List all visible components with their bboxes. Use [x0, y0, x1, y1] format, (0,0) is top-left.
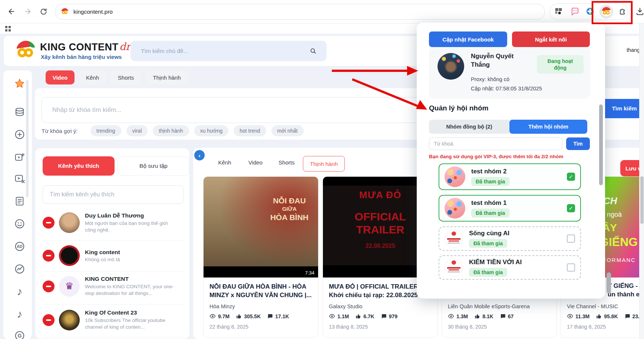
update-facebook-button[interactable]: Cập nhật Facebook — [429, 31, 507, 47]
sidebar-item-add[interactable] — [12, 127, 27, 142]
channel-name[interactable]: Duy Luân Dễ Thương — [85, 212, 178, 219]
sidebar-item-analytics[interactable] — [12, 262, 27, 276]
channel-row[interactable]: King content Không có mô tả — [43, 240, 184, 270]
disconnect-button[interactable]: Ngắt kết nối — [512, 31, 590, 47]
vip-notice: Bạn đang sử dụng gói VIP-3, được thêm tố… — [429, 154, 592, 159]
sidebar-item-stickers[interactable] — [12, 216, 27, 231]
group-checkbox-checked[interactable]: ✓ — [567, 204, 575, 212]
document-icon — [14, 196, 25, 206]
kingcontent-extension-button[interactable] — [600, 5, 613, 19]
channel-avatar — [59, 310, 80, 330]
tab-collections[interactable]: Bộ sưu tập — [118, 156, 189, 176]
videos-tab-thinh-hanh[interactable]: Thịnh hành — [303, 156, 345, 172]
forward-button[interactable] — [22, 5, 34, 18]
tab-synced-groups[interactable]: Nhóm đồng bộ (2) — [429, 120, 509, 134]
page-scrollbar-thumb[interactable] — [640, 176, 644, 224]
group-checkbox-unchecked[interactable] — [567, 263, 575, 272]
collapse-panel-button[interactable]: ‹ — [194, 150, 205, 160]
group-row[interactable]: test nhóm 1 Đã tham gia ✓ — [439, 195, 581, 222]
video-title-fragment[interactable]: Y GIẾNG - F ùn thành em — [608, 282, 644, 299]
video-channel[interactable]: Galaxy Studio — [329, 303, 432, 309]
channel-row[interactable]: King Of Content 23 10k Subscribers The o… — [43, 304, 184, 335]
minus-icon — [46, 286, 51, 287]
content-scrollbar-thumb[interactable] — [607, 272, 611, 293]
group-search-input[interactable]: Từ khoá — [429, 137, 562, 150]
videos-tab-shorts[interactable]: Shorts — [271, 159, 302, 166]
search-submit-button[interactable]: Tìm kiếm — [601, 99, 644, 118]
chip-moi-nhat[interactable]: mới nhất — [271, 125, 304, 136]
group-search-button[interactable]: Tìm — [566, 137, 590, 150]
chat-extension-icon[interactable] — [570, 7, 579, 16]
remove-channel-button[interactable] — [43, 280, 55, 292]
group-row[interactable]: test nhóm 2 Đã tham gia ✓ — [439, 163, 581, 190]
tab-add-groups[interactable]: Thêm hội nhóm — [509, 120, 587, 134]
back-button[interactable] — [5, 5, 18, 18]
health-plus-extension-icon[interactable] — [586, 7, 594, 16]
thumbnail-letterbox: 7:34 — [204, 266, 318, 277]
tab-video[interactable]: Video — [46, 70, 75, 84]
group-checkbox-checked[interactable]: ✓ — [567, 173, 575, 181]
tab-shorts[interactable]: Shorts — [111, 70, 141, 84]
channel-row[interactable]: Duy Luân Dễ Thương Một người bạn của bạn… — [43, 208, 184, 237]
sidebar-item-ads[interactable]: AD — [12, 239, 27, 254]
reload-button[interactable] — [37, 5, 50, 18]
remove-channel-button[interactable] — [43, 314, 55, 326]
logo-tagline: Xây kênh bán hàng triệu views — [41, 54, 122, 60]
svg-text:AD: AD — [17, 244, 23, 249]
search-icon[interactable] — [310, 48, 316, 54]
chip-viral[interactable]: viral — [126, 125, 148, 136]
chip-trending[interactable]: trending — [90, 125, 121, 136]
extensions-puzzle-icon[interactable] — [618, 7, 627, 16]
chip-hot-trend[interactable]: hot trend — [234, 125, 266, 136]
video-thumbnail[interactable]: NỖI ĐAU GIỮA HÒA BÌNH 7:34 — [204, 177, 318, 277]
sidebar-item-channels[interactable] — [12, 104, 27, 119]
sidebar-item-news[interactable] — [12, 194, 27, 209]
joined-badge: Đã tham gia — [469, 268, 507, 277]
sidebar-item-tiktok-alt[interactable]: ♪ — [12, 307, 27, 322]
profile-updated: Cập nhật: 07:58:05 31/8/2025 — [471, 86, 542, 92]
video-channel[interactable]: Liên Quân Mobile eSports-Garena — [448, 303, 551, 309]
popup-scrollbar-thumb[interactable] — [599, 104, 603, 185]
tab-kenh[interactable]: Kênh — [79, 70, 106, 84]
group-row[interactable]: KIẾM TIỀN VỚI AI Đã tham gia — [439, 255, 581, 280]
video-card[interactable]: NỖI ĐAU GIỮA HÒA BÌNH 7:34 NỖI ĐAU GIỮA … — [203, 176, 318, 338]
video-channel[interactable]: Vie Channel - MUSIC — [567, 303, 644, 309]
sidebar-item-video-upload[interactable] — [12, 150, 27, 164]
sidebar-item-video-remove[interactable] — [12, 171, 27, 186]
apps-grid-icon[interactable] — [5, 26, 11, 31]
tab-favorite-channels[interactable]: Kênh yêu thích — [43, 156, 115, 176]
url-bar[interactable]: kingcontent.pro — [55, 4, 545, 20]
videos-tab-kenh[interactable]: Kênh — [209, 159, 240, 166]
sidebar-item-google[interactable]: G — [12, 328, 27, 339]
channel-name[interactable]: KING CONTENT — [85, 276, 178, 282]
remove-channel-button[interactable] — [43, 250, 55, 262]
qr-scan-icon[interactable] — [555, 7, 562, 15]
kingcontent-logo-icon[interactable] — [16, 41, 36, 60]
video-title[interactable]: MƯA ĐỎ | OFFICIAL TRAILER | Khởi chiếu t… — [329, 283, 432, 300]
chip-xu-huong[interactable]: xu hướng — [194, 125, 229, 136]
remove-channel-button[interactable] — [43, 217, 55, 229]
favorites-search-input[interactable]: Tìm kiếm kênh yêu thích — [43, 185, 184, 204]
videos-tab-video[interactable]: Video — [240, 159, 271, 166]
channel-row[interactable]: ♛ KING CONTENT Welcome to KING CONTENT, … — [43, 271, 184, 301]
forward-icon — [24, 7, 32, 16]
section-title: Quản lý hội nhóm — [429, 104, 488, 112]
video-channel[interactable]: Hòa Minzy — [209, 303, 312, 309]
sidebar-item-star[interactable] — [12, 77, 27, 92]
views-icon — [209, 313, 216, 319]
video-title[interactable]: NỖI ĐAU GIỮA HÒA BÌNH - HÒA MINZY x NGUY… — [209, 283, 312, 300]
logo-title[interactable]: KING CONTENT — [40, 41, 119, 53]
downloads-icon[interactable] — [635, 7, 644, 16]
sidebar-item-tiktok[interactable]: ♪ — [12, 284, 27, 299]
profile-avatar — [437, 53, 464, 80]
favorites-panel: Kênh yêu thích Bộ sưu tập Tìm kiếm kênh … — [35, 148, 190, 339]
tab-thinh-hanh[interactable]: Thịnh hành — [146, 70, 188, 84]
url-text[interactable]: kingcontent.pro — [73, 9, 113, 15]
page-scrollbar[interactable] — [639, 23, 644, 339]
group-row[interactable]: Sống cùng AI Đã tham gia — [439, 226, 581, 251]
channel-name[interactable]: King content — [85, 249, 178, 256]
chip-thinh-hanh[interactable]: thịnh hành — [153, 125, 189, 136]
group-checkbox-unchecked[interactable] — [567, 235, 575, 243]
topic-search-box[interactable]: Tìm kiếm chủ đề... — [131, 41, 327, 61]
channel-name[interactable]: King Of Content 23 — [85, 309, 178, 316]
